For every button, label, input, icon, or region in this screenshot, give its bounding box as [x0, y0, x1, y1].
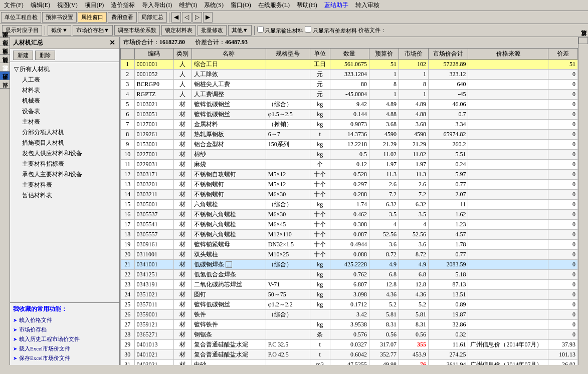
table-row[interactable]: 29 0401013 材 复合普通硅酸盐水泥 P.C 32.5 t 0.0327… [121, 340, 578, 350]
table-row[interactable]: 17 0305541 材 不锈钢六角螺栓 M6×45 十个 0.308 4 4 … [121, 220, 578, 230]
shortcut-load-price[interactable]: ➤载入价格文件 [13, 315, 116, 325]
tab-project-overview[interactable]: 工程概况 [0, 37, 10, 46]
table-row[interactable]: 14 0303211 材 不锈钢螺钉 M6×30 十个 0.288 7.2 7.… [121, 190, 578, 200]
table-row[interactable]: 28 0365271 材 钢锯条 条 0.576 0.56 0.56 0.32 … [121, 330, 578, 340]
table-row[interactable]: 19 0309161 材 镀锌锁紧螺母 DN32×1.5 十个 0.4944 3… [121, 240, 578, 250]
table-row[interactable]: 27 0359121 材 镀锌铁件 kg 3.9538 8.31 8.31 32… [121, 320, 578, 330]
tree-child-key-index[interactable]: 主要材料指标表 [12, 159, 117, 169]
btn-project-self-check[interactable]: 单位工程自检 [1, 12, 41, 23]
table-row[interactable]: 16 0305537 材 不锈钢六角螺栓 M6×30 十个 0.462 3.5 … [121, 210, 578, 220]
table-row[interactable]: 20 0311001 材 双头螺柱 M10×25 十个 0.088 8.72 8… [121, 250, 578, 260]
menu-item-audit[interactable]: 转入审核 [352, 1, 382, 10]
menu-item-lanjie[interactable]: 蓝结助手 [321, 1, 351, 10]
tab-materials-summary[interactable]: 人材机汇总 [0, 71, 10, 80]
tree-child-machines[interactable]: 机械表 [12, 96, 117, 106]
table-row[interactable]: 8 0129261 材 热轧厚钢板 6～7 t 14.3736 4590 459… [121, 130, 578, 140]
menu-item-price-index[interactable]: 造价指标 [108, 1, 138, 10]
cell-budget: 6.32 [369, 200, 399, 210]
tree-root-label[interactable]: 所有人材机 [20, 65, 50, 74]
btn-other[interactable]: 其他▼ [228, 25, 252, 36]
table-row[interactable]: 26 0359001 材 铁件 （综合） 3.42 5.81 5.81 19.8… [121, 310, 578, 320]
table-row[interactable]: 11 0229031 材 麻袋 个 0.12 1.97 1.97 0.24 0 [121, 160, 578, 170]
btn-local-summary[interactable]: 局部汇总 [138, 12, 167, 23]
menu-item-import-export[interactable]: 导入导出(I) [139, 1, 175, 10]
menu-item-maintain[interactable]: 维护(I) [176, 1, 200, 10]
table-row[interactable]: 21 0341001 材 低碳钢焊条 ... （综合） kg 425.2228 … [121, 260, 578, 270]
btn-delete[interactable]: 删除 [35, 51, 55, 60]
nav-prev2-icon[interactable]: ◁ [182, 12, 191, 23]
toolbar2: 显示对应子目 截价▼ 市场价存档▼ 调整市场价系数 锁定材料表 批量修改 其他▼… [0, 24, 588, 37]
tab-fee-summary[interactable]: 费用汇总 [0, 80, 10, 88]
tab-report[interactable]: 报表 [0, 88, 10, 97]
table-row[interactable]: 22 0341251 材 低氢低合金焊条 kg 0.762 6.8 6.8 5.… [121, 270, 578, 280]
table-row[interactable]: 13 0303201 材 不锈钢螺钉 M5×12 十个 0.297 2.6 2.… [121, 180, 578, 190]
btn-market-archive[interactable]: 市场价存档▼ [73, 25, 113, 36]
tree-child-materials[interactable]: 材料表 [12, 85, 117, 96]
shortcut-save-excel[interactable]: ➤保存Excel市场价文件 [13, 353, 116, 363]
btn-lock-materials[interactable]: 锁定材料表 [161, 25, 196, 36]
nav-prev-icon[interactable]: ◀ [171, 12, 181, 23]
show-output-checkbox[interactable] [257, 26, 264, 33]
table-row[interactable]: 15 0305001 材 六角螺栓 （综合） kg 1.74 6.32 6.32… [121, 200, 578, 210]
menu-item-help[interactable]: 帮助(H) [294, 1, 320, 10]
tab-parts[interactable]: 分部分项 [0, 46, 10, 54]
table-row[interactable]: 10 0227001 材 棉纱 kg 0.5 11.02 11.02 5.51 … [121, 150, 578, 160]
cell-spec: 150系列 [266, 140, 310, 150]
table-row[interactable]: 25 0357011 材 镀锌低碳钢丝 φ1.2～2.2 kg 0.1712 5… [121, 300, 578, 310]
btn-batch-modify[interactable]: 批量修改 [198, 25, 227, 36]
right-tab-materials[interactable]: 人材机汇总 [578, 37, 588, 44]
table-row[interactable]: 9 0153001 材 铝合金型材 150系列 kg 12.2218 21.29… [121, 140, 578, 150]
table-row[interactable]: 3 BCRGP0 人 钢桩尖人工费 元 80 8 8 640 0 [121, 80, 578, 90]
tree-root[interactable]: ▽ 所有人材机 [12, 64, 117, 75]
table-row[interactable]: 7 0127001 材 金属材料 （摊销） kg 0.9073 3.68 3.6… [121, 120, 578, 130]
tree-child-workers[interactable]: 人工表 [12, 75, 117, 85]
tab-measures[interactable]: 措施项目 [0, 54, 10, 63]
table-row[interactable]: 4 RGPTZ 人 人工费调整 元 -45.0004 1 1 -45 0 [121, 90, 578, 100]
tree-child-measures-matl[interactable]: 措施项目人材机 [12, 138, 117, 148]
table-row[interactable]: 18 0305557 材 不锈钢六角螺栓 M12×110 十个 0.087 52… [121, 230, 578, 240]
tab-other-items[interactable]: 其他项目 [0, 63, 10, 71]
table-row[interactable]: 24 0351021 材 圆钉 50～75 kg 3.098 4.36 4.36… [121, 290, 578, 300]
nav-next2-icon[interactable]: ▷ [192, 12, 202, 23]
btn-budget-settings[interactable]: 预算书设置 [42, 12, 77, 23]
shortcut-market-archive[interactable]: ➤市场价存档 [13, 325, 116, 334]
shortcut-load-excel[interactable]: ➤载入Excel市场价文件 [13, 344, 116, 353]
show-diff-checkbox[interactable] [305, 26, 311, 33]
table-row[interactable]: 2 0001052 人 人工降效 元 323.1204 1 1 323.12 0 [121, 70, 578, 80]
menu-item-system[interactable]: 系统(S) [201, 1, 227, 10]
tree-child-parts-matl[interactable]: 分部分项人材机 [12, 127, 117, 138]
table-row[interactable]: 30 0401021 材 复合普通硅酸盐水泥 P.O 42.5 t 0.6042… [121, 350, 578, 360]
btn-new[interactable]: 新建 [13, 51, 33, 60]
table-row[interactable]: 31 0403021 材 中砂 m3 47.5255 49.98 76 3611… [121, 360, 578, 365]
table-row[interactable]: 23 0343191 材 二氧化碳药芯焊丝 V-71 kg 6.807 12.8… [121, 280, 578, 290]
nav-next-icon[interactable]: ▶ [203, 12, 213, 23]
menu-item-file[interactable]: 文件(F) [1, 1, 27, 10]
menu-item-window[interactable]: 窗口(O) [228, 1, 254, 10]
btn-show-subitems[interactable]: 显示对应子目 [2, 25, 42, 36]
cell-budget: 4 [369, 220, 399, 230]
table-row[interactable]: 5 0103021 材 镀锌低碳钢丝 （综合） kg 9.42 4.89 4.8… [121, 100, 578, 110]
table-row[interactable]: 1 0001001 人 综合工日 工日 561.0675 51 102 5722… [121, 60, 578, 70]
cell-market-total: 0.89 [429, 300, 468, 310]
cell-market-total: 323.12 [429, 70, 468, 80]
close-button[interactable]: ✕ [108, 39, 116, 47]
btn-property-window[interactable]: 属性窗口 [78, 12, 107, 23]
menu-item-view[interactable]: 视图(V) [54, 1, 81, 10]
tree-child-contractor-supply[interactable]: 发包人供应材料和设备 [12, 148, 117, 159]
cell-unit: 元 [310, 90, 330, 100]
menu-item-online[interactable]: 在线服务(L) [255, 1, 293, 10]
btn-fee-check[interactable]: 费用查看 [108, 12, 137, 23]
btn-adjust-market[interactable]: 调整市场价系数 [114, 25, 160, 36]
tree-child-key-materials[interactable]: 主要材料表 [12, 180, 117, 190]
menu-item-edit[interactable]: 编辑(E) [28, 1, 53, 10]
shortcut-load-history[interactable]: ➤载入历史工程市场价文件 [13, 334, 116, 344]
menu-item-project[interactable]: 项目(P) [82, 1, 107, 10]
btn-price-cut[interactable]: 截价▼ [48, 25, 71, 36]
tree-child-equipment[interactable]: 设备表 [12, 106, 117, 117]
table-container[interactable]: 编码 类别 名称 规格型号 单位 数量 预算价 市场价 市场价合计 价格来源 价… [120, 48, 578, 365]
table-row[interactable]: 6 0103051 材 镀锌低碳钢丝 φ1.5～2.5 kg 0.144 4.8… [121, 110, 578, 120]
tree-child-contractor-key[interactable]: 承包人主要材料和设备 [12, 169, 117, 180]
tree-child-main-materials[interactable]: 主材表 [12, 117, 117, 127]
tree-child-estimated[interactable]: 暂估材料表 [12, 190, 117, 201]
table-row[interactable]: 12 0303171 材 不锈钢自攻螺钉 M5×12 十个 0.528 11.3… [121, 170, 578, 180]
